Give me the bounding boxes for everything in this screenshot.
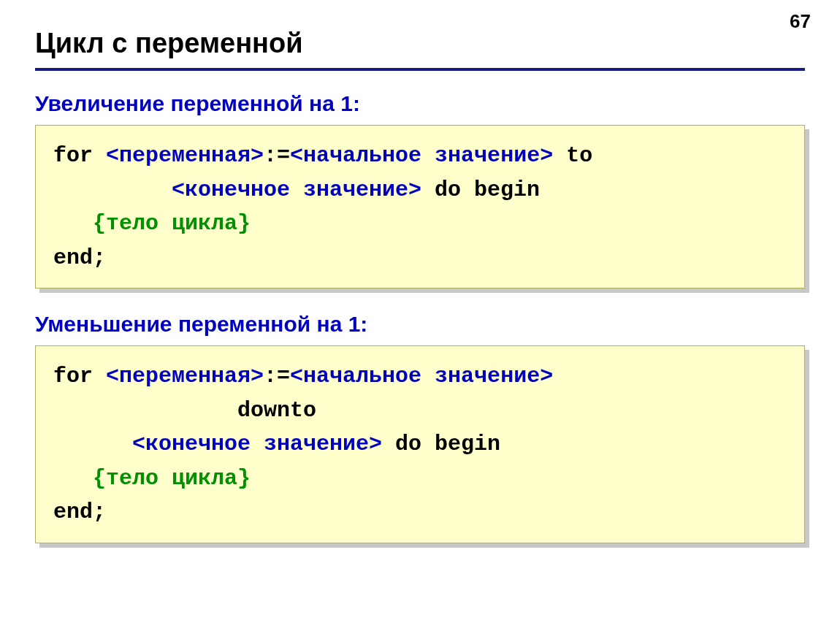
ph-start: <начальное значение>	[290, 143, 553, 168]
kw-downto: downto	[237, 398, 316, 423]
code-line: <конечное значение> do begin	[53, 427, 787, 462]
ph-start: <начальное значение>	[290, 364, 553, 389]
section1-heading: Увеличение переменной на 1:	[35, 91, 805, 116]
body-comment: {тело цикла}	[93, 466, 251, 491]
body-comment: {тело цикла}	[93, 211, 251, 236]
code-line: <конечное значение> do begin	[53, 173, 787, 207]
page-number: 67	[790, 10, 811, 33]
kw-end: end;	[53, 245, 106, 270]
codeblock-increment: for <переменная>:=<начальное значение> t…	[35, 125, 805, 288]
code-line: end;	[53, 495, 787, 529]
ph-var: <переменная>	[106, 143, 264, 168]
kw-assign: :=	[264, 364, 290, 389]
code-line: {тело цикла}	[53, 207, 787, 241]
slide-title: Цикл с переменной	[35, 28, 805, 59]
kw-end: end;	[53, 500, 106, 524]
code-line: for <переменная>:=<начальное значение>	[53, 359, 787, 394]
ph-endval: <конечное значение>	[172, 177, 421, 202]
kw-dobegin: do begin	[382, 432, 500, 456]
kw-to: to	[553, 143, 592, 168]
kw-for: for	[53, 143, 106, 168]
ph-var: <переменная>	[106, 364, 264, 389]
code-line: {тело цикла}	[53, 462, 787, 496]
section2-heading: Уменьшение переменной на 1:	[35, 312, 805, 337]
codeblock-decrement: for <переменная>:=<начальное значение> d…	[35, 345, 805, 543]
kw-dobegin: do begin	[421, 177, 540, 202]
code-line: for <переменная>:=<начальное значение> t…	[53, 139, 787, 173]
ph-endval: <конечное значение>	[132, 432, 382, 456]
code-line: end;	[53, 241, 787, 275]
kw-assign: :=	[264, 143, 290, 168]
kw-for: for	[53, 364, 106, 389]
code-line: downto	[53, 394, 787, 428]
title-rule	[35, 68, 805, 71]
